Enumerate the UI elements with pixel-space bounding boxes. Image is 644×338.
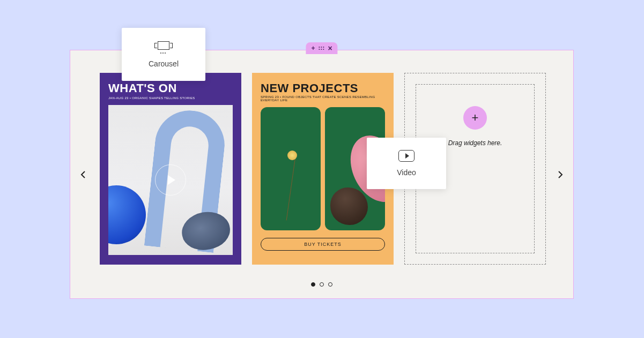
section-handle[interactable]: [306, 42, 337, 54]
card-subtitle: SPRING 23 • FOUND OBJECTS THAT CREATE SC…: [261, 95, 385, 102]
card-media: [108, 105, 233, 255]
decorative-sphere: [108, 185, 146, 244]
decorative-rock: [330, 187, 368, 225]
close-icon[interactable]: [328, 44, 332, 52]
carousel-prev-button[interactable]: [77, 168, 90, 181]
pagination-dot[interactable]: [328, 282, 332, 287]
card-title: NEW PROJECTS: [261, 81, 385, 95]
widget-label: Carousel: [149, 59, 179, 68]
carousel-icon: [154, 41, 173, 53]
video-icon: [398, 150, 414, 162]
widget-label: Video: [397, 168, 416, 177]
widget-palette-carousel[interactable]: Carousel: [122, 28, 205, 81]
drag-handle-icon[interactable]: [319, 47, 324, 50]
decorative-stem: [286, 157, 296, 221]
card-title: WHAT'S ON: [108, 81, 233, 95]
add-section-icon[interactable]: [311, 44, 315, 52]
carousel-next-button[interactable]: [554, 168, 567, 181]
play-icon[interactable]: [155, 164, 186, 196]
add-widget-button[interactable]: +: [463, 106, 487, 130]
dropzone-hint: Drag widgets here.: [448, 139, 502, 147]
carousel-pagination: [311, 282, 332, 287]
carousel-card-whats-on[interactable]: WHAT'S ON JAN-AUG 23 • ORGANIC SHAPES TE…: [100, 73, 241, 265]
card-image: [261, 107, 321, 230]
card-subtitle: JAN-AUG 23 • ORGANIC SHAPES TELLING STOR…: [108, 96, 233, 100]
pagination-dot[interactable]: [320, 282, 324, 287]
editor-canvas: WHAT'S ON JAN-AUG 23 • ORGANIC SHAPES TE…: [70, 50, 574, 299]
widget-palette-video[interactable]: Video: [367, 138, 446, 189]
decorative-flower: [287, 151, 297, 160]
buy-tickets-button[interactable]: BUY TICKETS: [261, 238, 385, 251]
carousel-slides: WHAT'S ON JAN-AUG 23 • ORGANIC SHAPES TE…: [100, 73, 546, 265]
pagination-dot[interactable]: [311, 282, 315, 287]
